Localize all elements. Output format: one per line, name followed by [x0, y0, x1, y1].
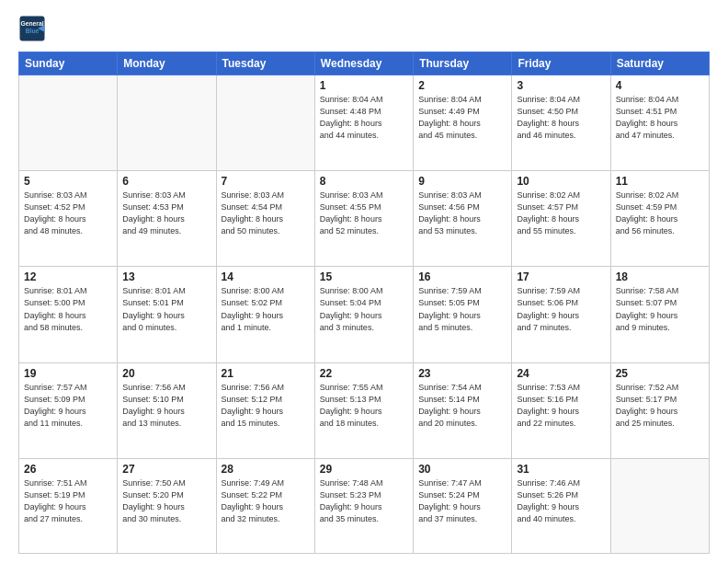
day-number: 20 [122, 367, 210, 380]
day-number: 25 [616, 367, 704, 380]
calendar-cell: 15Sunrise: 8:00 AM Sunset: 5:04 PM Dayli… [314, 267, 413, 362]
day-info: Sunrise: 8:03 AM Sunset: 4:52 PM Dayligh… [24, 190, 112, 237]
logo-icon: General Blue [18, 15, 46, 42]
calendar-cell: 29Sunrise: 7:48 AM Sunset: 5:23 PM Dayli… [314, 458, 413, 553]
day-header: Monday [118, 52, 216, 75]
day-number: 17 [517, 270, 605, 283]
day-number: 13 [122, 270, 210, 283]
calendar-cell: 19Sunrise: 7:57 AM Sunset: 5:09 PM Dayli… [19, 362, 118, 458]
calendar-cell: 25Sunrise: 7:52 AM Sunset: 5:17 PM Dayli… [610, 362, 709, 458]
calendar-cell: 14Sunrise: 8:00 AM Sunset: 5:02 PM Dayli… [216, 267, 314, 362]
week-row: 26Sunrise: 7:51 AM Sunset: 5:19 PM Dayli… [19, 458, 710, 553]
day-number: 12 [24, 270, 112, 283]
day-number: 21 [222, 367, 310, 380]
calendar-cell [19, 75, 118, 171]
day-number: 9 [418, 175, 506, 188]
day-number: 14 [222, 270, 310, 283]
calendar-cell: 5Sunrise: 8:03 AM Sunset: 4:52 PM Daylig… [19, 171, 118, 267]
day-number: 18 [616, 270, 704, 283]
day-info: Sunrise: 7:50 AM Sunset: 5:20 PM Dayligh… [122, 477, 210, 525]
day-number: 19 [24, 367, 112, 380]
calendar-cell: 27Sunrise: 7:50 AM Sunset: 5:20 PM Dayli… [118, 458, 216, 553]
day-info: Sunrise: 7:57 AM Sunset: 5:09 PM Dayligh… [24, 382, 112, 430]
day-info: Sunrise: 7:48 AM Sunset: 5:23 PM Dayligh… [320, 477, 408, 525]
logo: General Blue [18, 15, 50, 42]
day-info: Sunrise: 8:04 AM Sunset: 4:51 PM Dayligh… [616, 94, 704, 142]
day-info: Sunrise: 8:03 AM Sunset: 4:54 PM Dayligh… [222, 190, 310, 237]
calendar-cell: 7Sunrise: 8:03 AM Sunset: 4:54 PM Daylig… [216, 171, 314, 267]
svg-text:General: General [20, 20, 43, 27]
day-number: 2 [418, 79, 506, 92]
calendar-cell: 30Sunrise: 7:47 AM Sunset: 5:24 PM Dayli… [414, 458, 512, 553]
day-header: Friday [512, 52, 610, 75]
day-number: 11 [616, 175, 704, 188]
calendar-cell: 11Sunrise: 8:02 AM Sunset: 4:59 PM Dayli… [610, 171, 709, 267]
day-info: Sunrise: 7:52 AM Sunset: 5:17 PM Dayligh… [616, 382, 704, 430]
day-info: Sunrise: 8:04 AM Sunset: 4:50 PM Dayligh… [517, 94, 605, 142]
calendar-cell: 3Sunrise: 8:04 AM Sunset: 4:50 PM Daylig… [512, 75, 610, 171]
day-header: Sunday [19, 52, 118, 75]
day-info: Sunrise: 8:01 AM Sunset: 5:01 PM Dayligh… [122, 285, 210, 333]
day-number: 24 [517, 367, 605, 380]
day-info: Sunrise: 7:47 AM Sunset: 5:24 PM Dayligh… [418, 477, 506, 525]
day-number: 6 [122, 175, 210, 188]
calendar-cell [610, 458, 709, 553]
day-info: Sunrise: 7:56 AM Sunset: 5:12 PM Dayligh… [222, 382, 310, 430]
day-number: 29 [320, 463, 408, 476]
calendar-cell: 10Sunrise: 8:02 AM Sunset: 4:57 PM Dayli… [512, 171, 610, 267]
day-info: Sunrise: 7:59 AM Sunset: 5:06 PM Dayligh… [517, 285, 605, 333]
calendar-cell: 8Sunrise: 8:03 AM Sunset: 4:55 PM Daylig… [314, 171, 413, 267]
calendar-cell: 26Sunrise: 7:51 AM Sunset: 5:19 PM Dayli… [19, 458, 118, 553]
day-info: Sunrise: 7:53 AM Sunset: 5:16 PM Dayligh… [517, 382, 605, 430]
day-info: Sunrise: 8:02 AM Sunset: 4:59 PM Dayligh… [616, 190, 704, 237]
calendar-cell: 23Sunrise: 7:54 AM Sunset: 5:14 PM Dayli… [414, 362, 512, 458]
day-info: Sunrise: 7:49 AM Sunset: 5:22 PM Dayligh… [222, 477, 310, 525]
page: General Blue SundayMondayTuesdayWednesda… [0, 0, 728, 563]
day-number: 3 [517, 79, 605, 92]
calendar-cell: 21Sunrise: 7:56 AM Sunset: 5:12 PM Dayli… [216, 362, 314, 458]
day-number: 28 [222, 463, 310, 476]
day-header: Saturday [610, 52, 709, 75]
calendar-cell [118, 75, 216, 171]
calendar-cell: 28Sunrise: 7:49 AM Sunset: 5:22 PM Dayli… [216, 458, 314, 553]
calendar-cell: 13Sunrise: 8:01 AM Sunset: 5:01 PM Dayli… [118, 267, 216, 362]
day-number: 22 [320, 367, 408, 380]
day-info: Sunrise: 8:02 AM Sunset: 4:57 PM Dayligh… [517, 190, 605, 237]
day-info: Sunrise: 8:00 AM Sunset: 5:04 PM Dayligh… [320, 285, 408, 333]
calendar-cell: 20Sunrise: 7:56 AM Sunset: 5:10 PM Dayli… [118, 362, 216, 458]
day-number: 30 [418, 463, 506, 476]
day-info: Sunrise: 7:59 AM Sunset: 5:05 PM Dayligh… [418, 285, 506, 333]
calendar-cell: 2Sunrise: 8:04 AM Sunset: 4:49 PM Daylig… [414, 75, 512, 171]
calendar-cell: 31Sunrise: 7:46 AM Sunset: 5:26 PM Dayli… [512, 458, 610, 553]
week-row: 12Sunrise: 8:01 AM Sunset: 5:00 PM Dayli… [19, 267, 710, 362]
day-info: Sunrise: 7:51 AM Sunset: 5:19 PM Dayligh… [24, 477, 112, 525]
calendar-cell: 12Sunrise: 8:01 AM Sunset: 5:00 PM Dayli… [19, 267, 118, 362]
day-info: Sunrise: 7:54 AM Sunset: 5:14 PM Dayligh… [418, 382, 506, 430]
day-info: Sunrise: 7:56 AM Sunset: 5:10 PM Dayligh… [122, 382, 210, 430]
calendar-cell: 16Sunrise: 7:59 AM Sunset: 5:05 PM Dayli… [414, 267, 512, 362]
day-header: Thursday [414, 52, 512, 75]
week-row: 1Sunrise: 8:04 AM Sunset: 4:48 PM Daylig… [19, 75, 710, 171]
day-info: Sunrise: 8:03 AM Sunset: 4:55 PM Dayligh… [320, 190, 408, 237]
day-number: 10 [517, 175, 605, 188]
week-row: 5Sunrise: 8:03 AM Sunset: 4:52 PM Daylig… [19, 171, 710, 267]
calendar-table: SundayMondayTuesdayWednesdayThursdayFrid… [18, 52, 710, 554]
calendar-cell: 4Sunrise: 8:04 AM Sunset: 4:51 PM Daylig… [610, 75, 709, 171]
day-number: 1 [320, 79, 408, 92]
day-number: 31 [517, 463, 605, 476]
calendar-cell: 9Sunrise: 8:03 AM Sunset: 4:56 PM Daylig… [414, 171, 512, 267]
day-header: Tuesday [216, 52, 314, 75]
day-number: 16 [418, 270, 506, 283]
calendar-cell: 6Sunrise: 8:03 AM Sunset: 4:53 PM Daylig… [118, 171, 216, 267]
day-number: 26 [24, 463, 112, 476]
calendar-cell: 22Sunrise: 7:55 AM Sunset: 5:13 PM Dayli… [314, 362, 413, 458]
day-info: Sunrise: 8:00 AM Sunset: 5:02 PM Dayligh… [222, 285, 310, 333]
day-header: Wednesday [314, 52, 413, 75]
svg-text:Blue: Blue [26, 28, 40, 34]
day-number: 27 [122, 463, 210, 476]
calendar-cell: 17Sunrise: 7:59 AM Sunset: 5:06 PM Dayli… [512, 267, 610, 362]
day-number: 5 [24, 175, 112, 188]
header: General Blue [18, 15, 710, 42]
calendar-cell: 1Sunrise: 8:04 AM Sunset: 4:48 PM Daylig… [314, 75, 413, 171]
day-info: Sunrise: 8:04 AM Sunset: 4:48 PM Dayligh… [320, 94, 408, 142]
